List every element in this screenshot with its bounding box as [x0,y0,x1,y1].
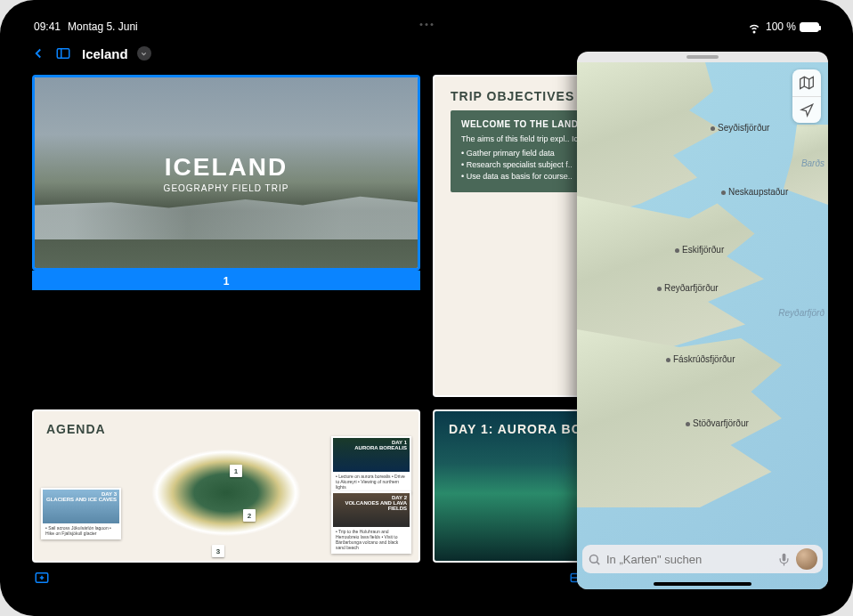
map-search-input[interactable] [606,553,772,566]
map-land [577,196,764,347]
plus-square-icon [34,570,50,586]
map-label-stodvarfjordur[interactable]: Stöðvarfjörður [686,418,749,428]
status-time: 09:41 [34,20,61,33]
map-search-bar[interactable] [582,545,823,573]
location-arrow-icon [800,103,814,118]
document-title[interactable]: Iceland [82,46,128,61]
map-mode-button[interactable] [792,69,821,96]
map-label-reydarfjordur[interactable]: Reyðarfjörður [657,283,719,293]
map-controls [792,69,821,123]
status-date: Montag 5. Juni [68,20,138,33]
slide1-title: ICELAND [165,153,288,182]
slide-number: 1 [223,275,230,288]
slide-1[interactable]: ICELAND GEOGRAPHY FIELD TRIP [32,75,420,271]
svg-point-14 [590,555,598,563]
battery-percent: 100 % [766,20,796,33]
slide1-subtitle: GEOGRAPHY FIELD TRIP [164,183,289,193]
multitask-dots[interactable] [420,23,434,26]
map-land [577,62,737,223]
map-label-sea-reydar: Reyðarfjörð [778,308,825,318]
map-icon [800,76,814,90]
battery-icon [800,22,819,32]
slide-3[interactable]: AGENDA DAY 1AURORA BOREALIS • Lecture on… [32,409,420,563]
map-marker-2: 2 [243,509,256,522]
svg-rect-0 [57,49,69,59]
agenda-map-graphic [124,426,329,560]
svg-line-15 [597,562,599,564]
map-label-faskrudsfjordur[interactable]: Fáskrúðsfjörður [666,354,735,364]
wifi-icon [746,19,762,35]
chevron-down-icon[interactable] [137,46,151,61]
map-canvas[interactable]: Seyðisfjörður Neskaupstaður Eskifjörður … [577,62,828,589]
microphone-icon[interactable] [777,553,791,566]
add-slide-button[interactable] [34,570,50,586]
map-label-sea-bards: Barðs [801,158,825,168]
home-indicator[interactable] [654,582,751,586]
maps-slideover[interactable]: Seyðisfjörður Neskaupstaður Eskifjörður … [577,52,828,589]
svg-marker-13 [801,104,813,116]
agenda-day1-card: DAY 1AURORA BOREALIS • Lecture on aurora… [331,436,411,493]
slide-number-badge: 1 [32,271,420,290]
map-label-eskifjordur[interactable]: Eskifjörður [675,245,724,255]
agenda-day2-card: DAY 2VOLCANOES AND LAVA FIELDS • Trip to… [331,491,411,554]
slideover-handle[interactable] [686,55,719,59]
search-icon [588,553,601,566]
svg-marker-10 [800,77,814,88]
user-avatar[interactable] [796,548,817,570]
sidebar-icon[interactable] [55,45,71,61]
agenda-day3-card: DAY 3GLACIERS AND ICE CAVES • Sail acros… [41,488,121,539]
map-label-neskaupstadur[interactable]: Neskaupstaður [721,187,788,197]
map-marker-1: 1 [230,465,242,477]
location-button[interactable] [792,96,821,123]
map-label-seydisfjordur[interactable]: Seyðisfjörður [711,123,769,133]
back-icon[interactable] [30,45,46,61]
map-marker-3: 3 [212,545,224,557]
status-bar: 09:41 Montag 5. Juni 100 % [16,16,837,37]
